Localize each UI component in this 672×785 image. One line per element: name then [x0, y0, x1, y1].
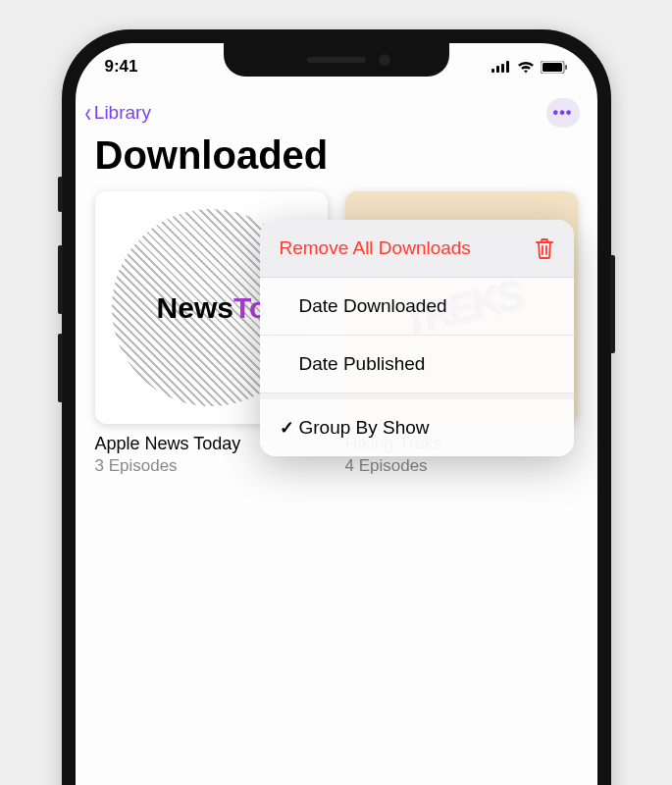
svg-rect-5	[543, 63, 562, 72]
show-subtitle: 4 Episodes	[345, 456, 578, 476]
trash-icon	[535, 237, 554, 259]
chevron-left-icon: ‹	[84, 99, 91, 127]
menu-item-date-published[interactable]: Date Published	[260, 336, 574, 393]
phone-volume-down	[58, 334, 63, 402]
menu-item-remove-all[interactable]: Remove All Downloads	[260, 220, 574, 278]
context-menu: Remove All Downloads Date Downloaded Dat…	[260, 220, 574, 456]
phone-mute-switch	[58, 177, 63, 212]
menu-item-group-by-show[interactable]: ✓ Group By Show	[260, 393, 574, 456]
page-title: Downloaded	[76, 128, 597, 191]
svg-rect-6	[565, 65, 567, 70]
phone-frame: 9:41 ‹ Library ••• Downloa	[62, 29, 611, 785]
cellular-icon	[491, 61, 511, 73]
phone-notch	[224, 43, 449, 77]
menu-item-label: Date Published	[299, 353, 554, 375]
back-label: Library	[94, 102, 151, 124]
screen: 9:41 ‹ Library ••• Downloa	[76, 43, 597, 785]
ellipsis-icon: •••	[553, 104, 573, 122]
menu-item-label: Date Downloaded	[299, 295, 554, 317]
check-icon: ✓	[280, 417, 299, 439]
back-button[interactable]: ‹ Library	[83, 99, 151, 127]
menu-item-label: Group By Show	[299, 417, 554, 439]
phone-volume-up	[58, 245, 63, 314]
menu-item-label: Remove All Downloads	[280, 237, 535, 259]
wifi-icon	[517, 61, 535, 74]
status-time: 9:41	[105, 57, 138, 77]
phone-power-button	[610, 255, 615, 353]
show-subtitle: 3 Episodes	[95, 456, 328, 476]
battery-icon	[541, 61, 568, 74]
svg-rect-3	[506, 61, 509, 73]
menu-item-date-downloaded[interactable]: Date Downloaded	[260, 278, 574, 336]
more-button[interactable]: •••	[546, 98, 580, 128]
nav-bar: ‹ Library •••	[76, 90, 597, 128]
svg-rect-1	[496, 66, 499, 73]
svg-rect-0	[491, 69, 494, 73]
svg-rect-2	[501, 64, 504, 73]
